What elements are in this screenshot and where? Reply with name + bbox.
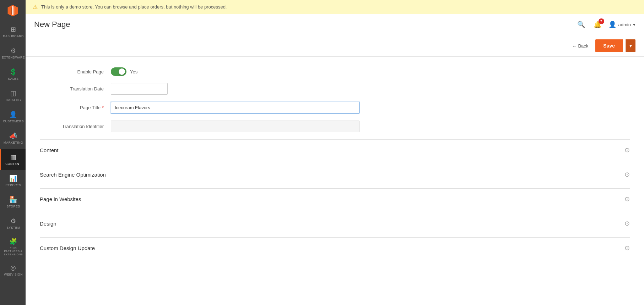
sidebar-item-sales[interactable]: 💲 SALES	[0, 64, 26, 85]
accordion-title-websites: Page in Websites	[40, 196, 81, 202]
accordion-design: Design ⊙	[40, 213, 630, 234]
accordion-seo: Search Engine Optimization ⊙	[40, 164, 630, 185]
sidebar-item-extendware[interactable]: ⚙ EXTENDWARE	[0, 43, 26, 64]
main-content: ⚠ This is only a demo store. You can bro…	[26, 0, 644, 305]
sidebar-item-marketing[interactable]: 📣 MARKETING	[0, 128, 26, 149]
header-actions: 🔍 🔔 7 👤 admin ▾	[576, 19, 635, 30]
notifications-button[interactable]: 🔔 7	[592, 19, 603, 30]
page-title-label: Page Title *	[40, 105, 111, 110]
svg-rect-3	[12, 6, 13, 15]
translation-date-label: Translation Date	[40, 86, 111, 92]
sidebar-item-label: WEBVISION	[4, 273, 23, 276]
sidebar: ⊞ DASHBOARD ⚙ EXTENDWARE 💲 SALES ◫ CATAL…	[0, 0, 26, 305]
accordion-page-in-websites: Page in Websites ⊙	[40, 188, 630, 209]
required-indicator: *	[102, 105, 104, 110]
enable-page-toggle-group: Yes	[111, 67, 137, 76]
collapse-icon-content: ⊙	[624, 146, 630, 154]
sidebar-item-label: DASHBOARD	[3, 34, 23, 38]
marketing-icon: 📣	[9, 132, 17, 140]
catalog-icon: ◫	[10, 89, 17, 97]
page-title: New Page	[34, 20, 70, 29]
sidebar-item-label: STORES	[7, 205, 20, 208]
accordion-header-design[interactable]: Design ⊙	[40, 213, 630, 234]
page-header: New Page 🔍 🔔 7 👤 admin ▾	[26, 14, 644, 35]
accordion-custom-design: Custom Design Update ⊙	[40, 237, 630, 258]
demo-banner-text: This is only a demo store. You can brows…	[41, 4, 227, 10]
notification-badge: 7	[599, 18, 604, 24]
sidebar-item-label: SALES	[8, 77, 19, 81]
demo-banner: ⚠ This is only a demo store. You can bro…	[26, 0, 644, 14]
accordion-header-custom-design[interactable]: Custom Design Update ⊙	[40, 238, 630, 258]
accordion-title-seo: Search Engine Optimization	[40, 172, 106, 178]
dashboard-icon: ⊞	[11, 26, 16, 33]
sidebar-item-label: FIND PARTNERS & EXTENSIONS	[2, 246, 24, 256]
page-title-input[interactable]	[111, 102, 359, 113]
sidebar-item-label: MARKETING	[4, 141, 23, 144]
accordion-title-design: Design	[40, 221, 56, 227]
collapse-icon-design: ⊙	[624, 220, 630, 227]
customers-icon: 👤	[9, 111, 17, 118]
translation-identifier-label: Translation Identifier	[40, 124, 111, 129]
sidebar-item-label: CATALOG	[6, 98, 21, 102]
collapse-icon-websites: ⊙	[624, 195, 630, 203]
accordion-header-websites[interactable]: Page in Websites ⊙	[40, 189, 630, 209]
sidebar-item-label: CONTENT	[5, 162, 21, 166]
sidebar-item-stores[interactable]: 🏪 STORES	[0, 192, 26, 213]
enable-page-yes-label: Yes	[130, 69, 137, 74]
accordion-title-custom-design: Custom Design Update	[40, 245, 95, 251]
search-icon: 🔍	[577, 21, 585, 28]
form-area: Enable Page Yes Translation Date 📅	[26, 57, 644, 305]
find-partners-icon: 🧩	[9, 238, 17, 245]
sidebar-item-reports[interactable]: 📊 REPORTS	[0, 170, 26, 192]
accordion-content: Content ⊙	[40, 139, 630, 160]
accordion-header-seo[interactable]: Search Engine Optimization ⊙	[40, 164, 630, 185]
search-button[interactable]: 🔍	[576, 19, 586, 30]
system-icon: ⚙	[10, 217, 16, 225]
collapse-icon-seo: ⊙	[624, 171, 630, 178]
back-label: Back	[578, 43, 588, 49]
logo[interactable]	[0, 0, 26, 21]
accordion-header-content[interactable]: Content ⊙	[40, 140, 630, 160]
collapse-icon-custom-design: ⊙	[624, 244, 630, 252]
admin-name: admin	[618, 22, 631, 27]
content-icon: ▦	[10, 153, 17, 161]
translation-date-row: Translation Date 📅	[40, 83, 359, 95]
enable-page-row: Enable Page Yes	[40, 67, 359, 76]
stores-icon: 🏪	[9, 196, 17, 204]
enable-page-label: Enable Page	[40, 69, 111, 74]
sales-icon: 💲	[9, 68, 17, 76]
sidebar-item-catalog[interactable]: ◫ CATALOG	[0, 85, 26, 106]
sidebar-item-label: SYSTEM	[7, 226, 20, 229]
arrow-left-icon: ←	[572, 43, 577, 49]
sidebar-item-content[interactable]: ▦ CONTENT	[0, 149, 26, 170]
sidebar-item-system[interactable]: ⚙ SYSTEM	[0, 213, 26, 234]
translation-date-input[interactable]	[111, 83, 168, 94]
chevron-down-icon: ▾	[629, 43, 632, 49]
sidebar-item-dashboard[interactable]: ⊞ DASHBOARD	[0, 21, 26, 43]
chevron-down-icon: ▾	[633, 22, 635, 27]
date-input-wrapper: 📅	[111, 83, 168, 95]
back-button[interactable]: ← Back	[568, 40, 592, 51]
reports-icon: 📊	[9, 174, 17, 182]
warning-icon: ⚠	[33, 4, 38, 10]
admin-user-menu[interactable]: 👤 admin ▾	[608, 21, 635, 28]
webvision-icon: ◎	[10, 264, 16, 272]
page-toolbar: ← Back Save ▾	[26, 35, 644, 57]
enable-page-toggle[interactable]	[111, 67, 126, 76]
translation-identifier-input[interactable]	[111, 121, 359, 132]
save-dropdown-button[interactable]: ▾	[626, 39, 635, 52]
sidebar-item-label: EXTENDWARE	[2, 56, 25, 59]
sidebar-item-find-partners[interactable]: 🧩 FIND PARTNERS & EXTENSIONS	[0, 234, 26, 260]
save-button[interactable]: Save	[595, 39, 623, 52]
sidebar-item-label: REPORTS	[5, 183, 21, 187]
translation-identifier-row: Translation Identifier	[40, 121, 359, 132]
extendware-icon: ⚙	[10, 47, 16, 55]
user-avatar-icon: 👤	[608, 21, 616, 28]
sidebar-item-customers[interactable]: 👤 CUSTOMERS	[0, 106, 26, 128]
sidebar-item-webvision[interactable]: ◎ WEBVISION	[0, 260, 26, 281]
accordion-title-content: Content	[40, 147, 59, 153]
page-title-row: Page Title *	[40, 102, 359, 113]
sidebar-item-label: CUSTOMERS	[3, 120, 24, 123]
